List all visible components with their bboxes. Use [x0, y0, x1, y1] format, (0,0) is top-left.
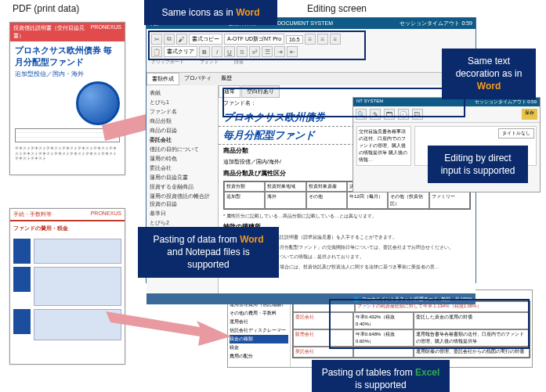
- status-bar: 🌐 ローカルイントラネット|保護モード: 無効 🔍 100%: [146, 293, 475, 304]
- italic-icon[interactable]: I: [212, 46, 222, 57]
- main-tab-3[interactable]: 履歴: [216, 73, 237, 85]
- main-tab-1[interactable]: 書類作成: [146, 73, 179, 85]
- pdf-thumbnail-1: 投資信託説明書（交付目論見書）PRONEXUS プロネクサス欧州債券 毎月分配型…: [9, 22, 125, 175]
- sidebar-item[interactable]: 委託会社: [150, 135, 215, 145]
- ribbon: ✂ ⧉ 🖌 書式コピー A-OTF UD新ゴNT Pro 16.5 ≡ ≡ ≡ …: [146, 29, 475, 73]
- copy-icon[interactable]: ⧉: [164, 34, 175, 45]
- subtab-normal[interactable]: 通常: [219, 85, 240, 98]
- sup-icon[interactable]: x²: [249, 46, 260, 57]
- sidebar-item[interactable]: 商品分類: [150, 117, 215, 126]
- subtab-blank[interactable]: 空白行あり: [241, 85, 280, 98]
- strike-icon[interactable]: S: [237, 46, 248, 57]
- callout-paste-excel: Pasting of tables from Excel is supporte…: [312, 360, 450, 392]
- sidebar-item[interactable]: とびら1: [150, 98, 215, 107]
- sidebar-item[interactable]: 運用の特色: [150, 154, 215, 164]
- align-center-icon[interactable]: ≡: [317, 34, 328, 45]
- history-icon[interactable]: 🕘: [398, 109, 409, 120]
- callout-paste-word: Pasting of data from Word and Notepad fi…: [138, 227, 279, 278]
- main-tab-2[interactable]: プロパティ: [179, 73, 216, 85]
- sidebar-item[interactable]: ファンド名: [150, 107, 215, 117]
- format-copy-label: 書式コピー: [189, 34, 222, 45]
- sidebar-item[interactable]: 委託会社: [150, 164, 215, 173]
- callout-icons: Same icons as in Word: [144, 0, 277, 25]
- edit-icon[interactable]: ✎: [370, 109, 381, 120]
- save-tab[interactable]: 保存: [522, 109, 537, 120]
- list-item[interactable]: 費用の配分: [230, 352, 288, 361]
- sidebar-item[interactable]: 投資する金融商品: [150, 182, 215, 192]
- editing-label: Editing screen: [290, 3, 384, 14]
- format-copy-icon[interactable]: 🖌: [176, 34, 187, 45]
- callout-direct: Editing by direct input is supported: [428, 146, 528, 183]
- paste-icon[interactable]: 📋: [151, 46, 162, 57]
- search-icon[interactable]: 🔍: [356, 109, 367, 120]
- excel-table[interactable]: ファンドの純資産総額に対して年率 1.134%（税抜1.08%） 委託会社年率0…: [292, 300, 530, 358]
- underline-icon[interactable]: U: [224, 46, 235, 57]
- callout-textdeco: Same text decoration as in Word: [442, 49, 536, 99]
- list-icon[interactable]: ☰: [262, 46, 273, 57]
- fontsize-select[interactable]: 16.5: [286, 35, 303, 44]
- font-select[interactable]: A-OTF UD新ゴNT Pro: [224, 34, 284, 45]
- cut-icon[interactable]: ✂: [151, 34, 162, 45]
- list-item[interactable]: その他の費用・手数料: [230, 309, 288, 318]
- arrow-2: [106, 304, 231, 351]
- sidebar-item[interactable]: 運用の投資信託の帳合計投資の目論: [150, 192, 215, 209]
- list-item[interactable]: 税金: [230, 343, 288, 352]
- sidebar-item[interactable]: 信託の目的について: [150, 145, 215, 154]
- list-item[interactable]: 信託会社ディスクレーマー: [230, 326, 288, 335]
- sidebar-item[interactable]: 表紙: [150, 88, 215, 98]
- title-none-box[interactable]: タイトルなし: [498, 128, 534, 138]
- sidebar-item[interactable]: 基準日: [150, 209, 215, 218]
- list-item[interactable]: 税金の種類: [230, 335, 288, 343]
- format-clear-label: 書式クリア: [164, 46, 197, 57]
- screen-icon[interactable]: 🗔: [384, 109, 395, 120]
- winswitch-icon[interactable]: ⿻: [412, 109, 423, 120]
- indent-icon[interactable]: ⇥: [274, 46, 285, 57]
- outdent-icon[interactable]: ⇤: [287, 46, 298, 57]
- align-right-icon[interactable]: ≡: [330, 34, 341, 45]
- align-left-icon[interactable]: ≡: [305, 34, 316, 45]
- pdf-label: PDF (print data): [13, 3, 79, 14]
- svg-marker-1: [106, 311, 231, 346]
- sidebar-item[interactable]: 商品の目論: [150, 126, 215, 135]
- list-item[interactable]: 運用会社: [230, 318, 288, 326]
- sidebar-item[interactable]: 運用の目論見書: [150, 173, 215, 182]
- bold-icon[interactable]: B: [199, 46, 210, 57]
